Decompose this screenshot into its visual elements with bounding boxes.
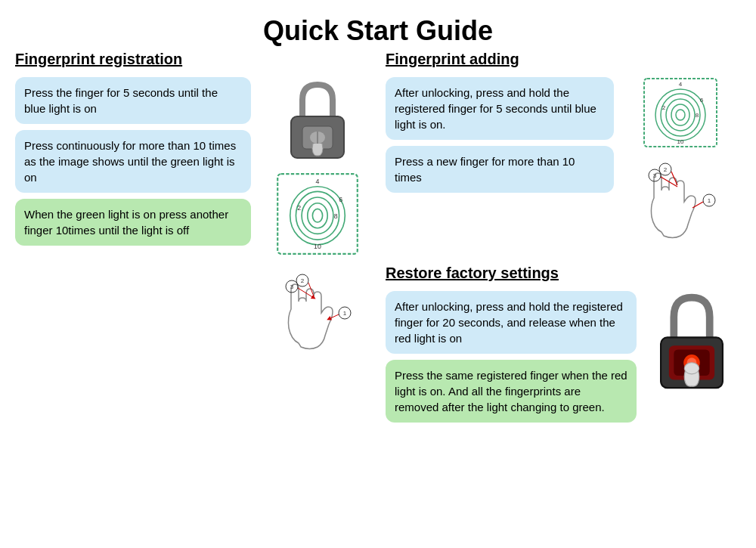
right-section-title: Fingerprint adding [386, 51, 741, 68]
fingerprint-diagram-left: 4 6 2 8 10 [276, 172, 359, 255]
content-row: Fingerprint registration Press the finge… [15, 51, 741, 540]
restore-section: Restore factory settings After unlocking… [386, 265, 741, 423]
svg-point-26 [671, 104, 689, 125]
svg-text:6: 6 [339, 196, 342, 203]
svg-text:10: 10 [314, 243, 321, 250]
svg-text:1: 1 [343, 310, 347, 317]
page: Quick Start Guide Fingerprint registrati… [0, 0, 756, 548]
svg-point-5 [312, 209, 322, 222]
svg-text:4: 4 [679, 81, 683, 88]
lock2-area [643, 291, 741, 400]
hand-image-left: 3 2 1 [265, 260, 370, 373]
right-box1: After unlocking, press and hold the regi… [386, 77, 614, 140]
svg-point-25 [676, 110, 685, 120]
right-boxes: After unlocking, press and hold the regi… [386, 77, 614, 193]
left-section-title: Fingerprint registration [15, 51, 378, 68]
svg-text:3: 3 [290, 283, 294, 290]
right-top: After unlocking, press and hold the regi… [386, 77, 741, 259]
lock-image [276, 77, 359, 168]
svg-text:1: 1 [708, 197, 711, 204]
fingerprint-diagram-right: 4 6 2 8 10 [643, 77, 718, 149]
left-steps: Press the finger for 5 seconds until the… [15, 77, 378, 373]
svg-text:2: 2 [664, 166, 668, 173]
svg-text:2: 2 [662, 104, 666, 111]
right-column: Fingerprint adding After unlocking, pres… [386, 51, 741, 540]
restore-box1: After unlocking, press and hold the regi… [386, 291, 637, 354]
svg-point-28 [661, 94, 700, 136]
svg-text:2: 2 [297, 204, 301, 212]
svg-point-6 [308, 203, 327, 228]
main-title: Quick Start Guide [15, 8, 741, 51]
restore-title: Restore factory settings [386, 265, 741, 282]
svg-text:8: 8 [334, 212, 338, 220]
hand-image-right: 3 2 1 [627, 149, 733, 259]
svg-text:10: 10 [677, 138, 684, 145]
restore-box2: Press the same registered finger when th… [386, 360, 637, 423]
restore-boxes: After unlocking, press and hold the regi… [386, 291, 637, 423]
svg-text:2: 2 [301, 277, 305, 284]
left-boxes: Press the finger for 5 seconds until the… [15, 77, 251, 373]
right-box2: Press a new finger for more than 10 time… [386, 146, 614, 193]
left-images: 4 6 2 8 10 3 2 [257, 77, 378, 373]
step2-box: Press continuously for more than 10 time… [15, 130, 251, 193]
svg-point-8 [296, 191, 339, 240]
right-hand-area: 4 6 2 8 10 3 2 1 [620, 77, 741, 259]
svg-text:3: 3 [653, 172, 657, 179]
step3-box: When the green light is on press another… [15, 199, 251, 246]
svg-text:6: 6 [700, 97, 704, 104]
svg-point-49 [684, 363, 699, 374]
restore-row: After unlocking, press and hold the regi… [386, 291, 741, 423]
svg-text:4: 4 [316, 178, 320, 185]
svg-text:8: 8 [696, 112, 699, 119]
step1-box: Press the finger for 5 seconds until the… [15, 77, 251, 124]
lock-image-2 [643, 291, 741, 397]
left-column: Fingerprint registration Press the finge… [15, 51, 378, 540]
